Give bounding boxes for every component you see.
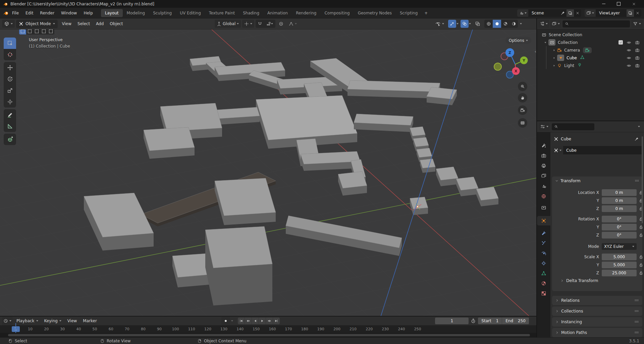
timeline-menu-view[interactable]: View (64, 317, 80, 325)
workspace-tab-geometry-nodes[interactable]: Geometry Nodes (354, 9, 396, 17)
panel-motion-paths[interactable]: Motion Paths (552, 328, 642, 337)
tool-scale[interactable] (4, 85, 16, 96)
outliner-search-input[interactable] (562, 20, 630, 27)
lock-icon[interactable] (639, 271, 643, 275)
view-layer-browse-button[interactable] (585, 9, 596, 17)
properties-tab-texture[interactable] (537, 289, 550, 298)
view-layer-name[interactable]: ViewLayer (596, 11, 627, 15)
transform-value-field[interactable]: 0° (602, 232, 637, 238)
outliner-item-label[interactable]: Scene Collection (549, 32, 582, 37)
properties-tab-render[interactable] (537, 151, 550, 160)
timeline-editor-type-button[interactable] (2, 317, 13, 325)
select-mode-intersect[interactable] (47, 29, 54, 35)
hide-eye-icon[interactable] (627, 40, 631, 45)
outliner-properties-divider[interactable] (537, 121, 644, 121)
tool-rotate[interactable] (4, 73, 16, 85)
scene-unlink-button[interactable] (574, 9, 581, 17)
disable-render-icon[interactable] (635, 56, 640, 60)
pan-button[interactable] (518, 93, 527, 102)
play-reverse-button[interactable] (252, 318, 259, 324)
options-dropdown[interactable]: Options (505, 37, 531, 44)
properties-tab-output[interactable] (537, 161, 550, 170)
panel-instancing[interactable]: Instancing (552, 317, 642, 327)
scene-name[interactable]: Scene (528, 11, 559, 15)
keying-dropdown-mini[interactable] (231, 320, 233, 322)
tool-select-box[interactable] (4, 38, 16, 49)
menu-window[interactable]: Window (58, 9, 80, 17)
object-id-browse[interactable] (552, 146, 563, 154)
hide-eye-icon[interactable] (627, 48, 631, 53)
lock-icon[interactable] (639, 255, 643, 259)
orientation-dropdown[interactable]: Global (215, 20, 241, 28)
close-button[interactable] (626, 0, 641, 8)
transform-value-field[interactable]: 0° (602, 224, 637, 230)
object-name-field[interactable]: Cube (552, 146, 642, 154)
properties-tab-world[interactable] (537, 192, 550, 201)
expand-arrow-icon[interactable] (552, 64, 556, 67)
properties-tab-object-data[interactable] (537, 269, 550, 278)
add-workspace-button[interactable]: + (422, 9, 430, 17)
shading-rendered-button[interactable] (509, 20, 518, 28)
outliner-item-label[interactable]: Collection (558, 40, 578, 45)
mode-dropdown[interactable]: Object Mode (16, 20, 58, 28)
outliner-item-label[interactable]: Camera (564, 48, 580, 53)
end-frame-field[interactable]: End250 (502, 318, 529, 324)
timeline-scrollbar[interactable] (0, 333, 537, 337)
navigation-gizmo[interactable]: Z Y X (493, 48, 537, 85)
outliner-row-collection[interactable]: Collection (537, 39, 644, 46)
play-button[interactable] (259, 318, 266, 324)
next-keyframe-button[interactable] (266, 318, 273, 324)
outliner-row-light[interactable]: Light (537, 62, 644, 69)
viewport-menu-view[interactable]: View (59, 20, 74, 27)
properties-tab-scene[interactable] (537, 182, 550, 191)
properties-tab-collection[interactable] (537, 203, 550, 212)
drag-grip-icon[interactable] (634, 298, 639, 303)
auto-keying-toggle[interactable] (221, 317, 230, 325)
workspace-tab-texture-paint[interactable]: Texture Paint (205, 9, 239, 17)
delta-transform-panel[interactable]: Delta Transform (560, 278, 598, 283)
viewport-menu-object[interactable]: Object (107, 20, 126, 27)
show-object-types-dropdown[interactable] (433, 20, 446, 28)
viewport-menu-add[interactable]: Add (93, 20, 107, 27)
ortho-toggle-button[interactable] (518, 118, 527, 128)
outliner-row-cube[interactable]: Cube (537, 54, 644, 62)
gizmos-dropdown[interactable] (457, 23, 459, 24)
workspace-tab-rendering[interactable]: Rendering (292, 9, 320, 17)
prev-keyframe-button[interactable] (245, 318, 252, 324)
vertical-divider[interactable] (536, 18, 537, 337)
select-mode-invert[interactable] (40, 29, 47, 35)
frame-ruler[interactable]: 1020304050607080901001101201301401501601… (0, 325, 537, 333)
workspace-tab-modeling[interactable]: Modeling (123, 9, 149, 17)
workspace-tab-uv-editing[interactable]: UV Editing (176, 9, 205, 17)
gizmos-toggle[interactable] (448, 20, 456, 28)
expand-arrow-icon[interactable] (552, 56, 556, 60)
menu-render[interactable]: Render (37, 9, 58, 17)
shading-wireframe-button[interactable] (484, 20, 493, 28)
shading-solid-button[interactable] (493, 20, 501, 28)
menu-file[interactable]: File (9, 9, 22, 17)
collapse-arrow-icon[interactable] (544, 41, 547, 44)
tool-transform[interactable] (4, 96, 16, 108)
properties-search-input[interactable] (552, 123, 594, 130)
drag-grip-icon[interactable] (634, 308, 639, 314)
menu-edit[interactable]: Edit (22, 9, 37, 17)
workspace-tab-layout[interactable]: Layout (101, 9, 123, 17)
snap-settings-dropdown[interactable] (264, 20, 275, 28)
transform-value-field[interactable]: 0 m (602, 205, 637, 212)
maximize-button[interactable] (611, 0, 626, 8)
exclude-checkbox[interactable] (619, 40, 623, 45)
overlays-dropdown[interactable] (469, 23, 471, 24)
select-mode-subtract[interactable] (33, 29, 40, 35)
start-frame-field[interactable]: Start1 (478, 318, 502, 324)
properties-options-dropdown[interactable] (636, 123, 642, 131)
transform-value-field[interactable]: 0 m (602, 189, 637, 196)
scene-browse-button[interactable] (517, 9, 528, 17)
timeline-menu-marker[interactable]: Marker (80, 317, 100, 325)
outliner-item-label[interactable]: Light (564, 63, 574, 68)
workspace-tab-sculpting[interactable]: Sculpting (149, 9, 176, 17)
outliner-row-scene-collection[interactable]: Scene Collection (537, 31, 644, 39)
transform-value-field[interactable]: 25.000 (602, 270, 637, 276)
properties-tab-object[interactable] (537, 216, 550, 225)
properties-scrollbar[interactable] (642, 136, 643, 223)
view-layer-remove-button[interactable] (634, 9, 641, 17)
